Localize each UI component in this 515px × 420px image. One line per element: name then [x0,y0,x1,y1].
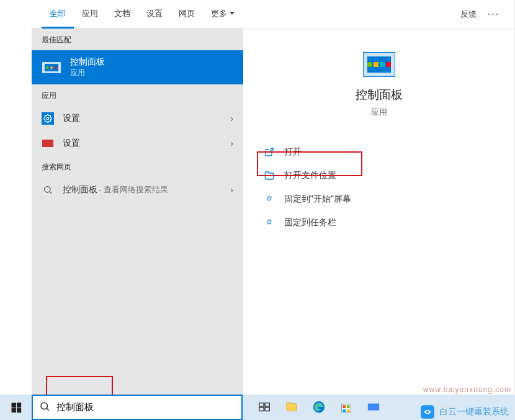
svg-rect-12 [343,405,346,408]
svg-rect-6 [259,403,264,406]
best-match-header: 最佳匹配 [32,29,243,50]
svg-point-0 [47,117,49,120]
svg-rect-13 [347,405,350,408]
app-result-settings-1[interactable]: 设置 › [32,106,243,131]
tab-all[interactable]: 全部 [42,0,74,29]
action-open[interactable]: 打开 [261,140,497,164]
taskbar-search-box[interactable] [32,395,243,420]
apps-header: 应用 [32,84,243,106]
search-icon [39,401,50,414]
explorer-icon[interactable] [285,400,300,415]
start-button[interactable] [0,395,32,420]
control-panel-icon-large [363,52,395,77]
search-input[interactable] [56,402,235,413]
folder-icon [264,171,275,181]
action-label: 固定到任务栏 [284,217,336,228]
svg-rect-16 [368,403,379,410]
details-panel: 控制面板 应用 打开 打开文件位置 固定到"开始"屏幕 固定到任务栏 [243,29,514,395]
svg-rect-7 [265,403,269,406]
tab-apps[interactable]: 应用 [74,0,106,29]
best-match-subtitle: 应用 [70,68,105,78]
settings-red-icon [42,137,54,150]
open-icon [264,147,275,157]
pin-icon [264,194,275,204]
feedback-link[interactable]: 反馈 [454,9,483,20]
action-pin-start[interactable]: 固定到"开始"屏幕 [261,187,497,211]
svg-rect-8 [259,407,264,411]
chevron-right-icon: › [230,114,233,123]
tab-docs[interactable]: 文档 [106,0,138,29]
svg-point-18 [426,411,429,413]
results-left-column: 最佳匹配 控制面板 应用 应用 设置 › 设置 › 搜索网页 [32,29,243,395]
watermark-brand: 白云一键重装系统 [419,404,509,420]
pin-icon [264,218,275,228]
web-item-label: 控制面板 [63,184,97,195]
chevron-right-icon: › [230,185,233,195]
action-label: 打开文件位置 [284,170,336,181]
windows-logo-icon [11,402,21,413]
list-item-label: 设置 [63,113,80,124]
best-match-title: 控制面板 [70,56,105,68]
svg-point-1 [45,187,50,192]
details-title: 控制面板 [243,87,514,103]
action-open-location[interactable]: 打开文件位置 [261,164,497,187]
svg-rect-14 [343,409,346,412]
control-panel-icon [42,61,61,74]
store-icon[interactable] [339,400,354,415]
svg-rect-9 [265,407,269,411]
svg-line-3 [269,148,273,153]
action-label: 固定到"开始"屏幕 [284,194,351,205]
search-icon [42,184,54,196]
chevron-right-icon: › [230,138,233,148]
details-subtitle: 应用 [243,107,514,118]
chevron-down-icon [230,12,235,15]
action-pin-taskbar[interactable]: 固定到任务栏 [261,211,497,235]
web-item-sub: - 查看网络搜索结果 [99,184,168,195]
svg-line-2 [50,192,52,194]
task-view-icon[interactable] [258,400,272,415]
watermark-url: www.baiyunxitong.com [423,385,511,394]
app-result-settings-2[interactable]: 设置 › [32,131,243,156]
more-options-button[interactable]: ··· [483,9,504,20]
web-header: 搜索网页 [32,156,243,177]
tab-web[interactable]: 网页 [171,0,203,29]
edge-icon[interactable] [312,400,327,415]
best-match-result[interactable]: 控制面板 应用 [32,50,243,84]
tab-settings[interactable]: 设置 [138,0,171,29]
svg-rect-15 [347,409,350,412]
action-label: 打开 [284,146,302,158]
web-result-item[interactable]: 控制面板 - 查看网络搜索结果 › [32,177,243,202]
svg-line-5 [47,408,48,410]
app-icon[interactable] [367,400,382,415]
tabs-row: 全部 应用 文档 设置 网页 更多 反馈 ··· [32,0,514,29]
gear-icon [42,112,54,125]
tab-more[interactable]: 更多 [203,0,243,29]
svg-point-4 [41,403,48,409]
list-item-label: 设置 [63,138,80,149]
